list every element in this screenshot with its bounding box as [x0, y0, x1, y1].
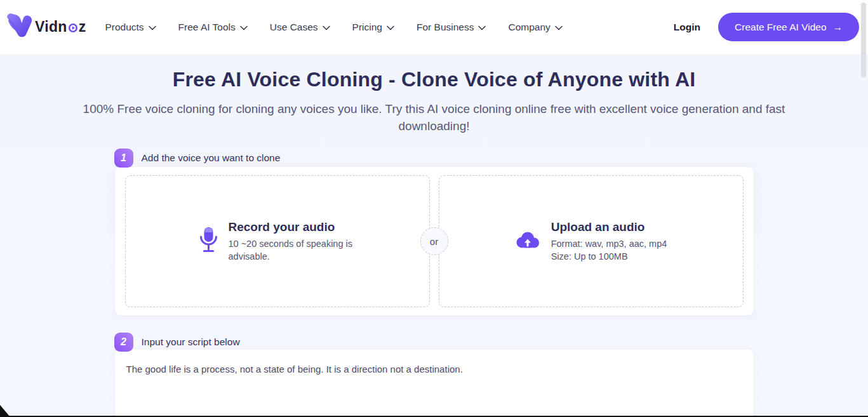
nav-item-pricing[interactable]: Pricing: [352, 22, 394, 33]
chevron-down-icon: [478, 22, 486, 33]
record-audio-box[interactable]: Record your audio 10 ~20 seconds of spea…: [125, 175, 430, 307]
vidnoz-logo-icon: [5, 13, 33, 41]
nav-item-for-business[interactable]: For Business: [417, 22, 486, 33]
cloud-upload-icon: [515, 230, 540, 252]
logo-play-icon: [68, 20, 78, 37]
chevron-down-icon: [387, 22, 394, 33]
step-1-badge: 1: [114, 149, 133, 168]
nav-item-products[interactable]: Products: [105, 22, 156, 33]
vertical-scrollbar[interactable]: [861, 3, 866, 77]
chevron-down-icon: [240, 22, 248, 33]
script-card: The good life is a process, not a state …: [114, 348, 754, 417]
content-container: 1 Add the voice you want to clone: [114, 149, 754, 417]
page-subtitle: 100% Free voice cloning for cloning any …: [82, 100, 787, 135]
header: Vidnz Products Free AI Tools Use Cases P…: [0, 0, 868, 54]
microphone-icon: [199, 227, 218, 256]
chevron-down-icon: [323, 22, 330, 33]
step-2-badge: 2: [114, 333, 133, 352]
nav-item-use-cases[interactable]: Use Cases: [270, 22, 330, 33]
main-nav: Products Free AI Tools Use Cases Pricing…: [105, 22, 562, 33]
script-input[interactable]: The good life is a process, not a state …: [115, 349, 754, 417]
nav-item-free-ai-tools[interactable]: Free AI Tools: [178, 22, 248, 33]
nav-item-company[interactable]: Company: [508, 22, 562, 33]
step-2-label: Input your script below: [142, 336, 240, 348]
logo-text: Vidnz: [35, 18, 86, 37]
upload-format-line: Format: wav, mp3, aac, mp4: [551, 237, 667, 250]
login-link[interactable]: Login: [674, 22, 700, 33]
step-1-header: 1 Add the voice you want to clone: [114, 149, 754, 168]
create-free-ai-video-button[interactable]: Create Free AI Video →: [718, 13, 859, 41]
chevron-down-icon: [555, 22, 563, 33]
arrow-right-icon: →: [833, 22, 843, 33]
or-divider: or: [420, 227, 448, 255]
main-section: Free AI Voice Cloning - Clone Voice of A…: [0, 54, 868, 417]
step-2-header: 2 Input your script below: [114, 333, 754, 352]
upload-size-line: Size: Up to 100MB: [551, 250, 667, 263]
step-1-label: Add the voice you want to clone: [142, 152, 281, 164]
record-audio-title: Record your audio: [229, 220, 356, 234]
voice-source-card: Record your audio 10 ~20 seconds of spea…: [114, 166, 754, 316]
upload-audio-box[interactable]: Upload an audio Format: wav, mp3, aac, m…: [439, 175, 744, 307]
logo[interactable]: Vidnz: [5, 13, 86, 41]
upload-audio-title: Upload an audio: [551, 220, 667, 234]
page-title: Free AI Voice Cloning - Clone Voice of A…: [0, 67, 868, 92]
chevron-down-icon: [149, 22, 156, 33]
record-audio-desc: 10 ~20 seconds of speaking is advisable.: [229, 237, 356, 263]
header-actions: Login Create Free AI Video →: [674, 13, 859, 41]
